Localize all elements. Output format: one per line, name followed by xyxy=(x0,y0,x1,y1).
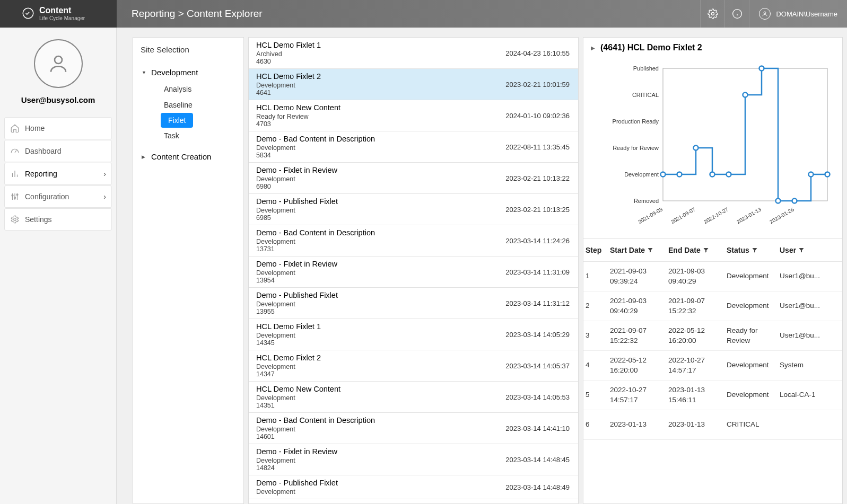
svg-point-36 xyxy=(759,66,764,71)
list-item-title: Demo - Fixlet in Review xyxy=(256,260,571,268)
col-step[interactable]: Step xyxy=(583,246,608,254)
tree-node-content-creation[interactable]: ▶ Content Creation xyxy=(139,148,237,165)
table-row[interactable]: 5 2022-10-27 14:57:17 2023-01-13 15:46:1… xyxy=(583,381,842,410)
lifecycle-chart: RemovedDevelopmentReady for ReviewProduc… xyxy=(583,58,842,238)
svg-point-32 xyxy=(694,146,698,151)
table-row[interactable]: 3 2021-09-07 15:22:32 2022-05-12 16:20:0… xyxy=(583,321,842,351)
collapse-right-icon[interactable]: ▶ xyxy=(591,45,595,51)
list-item-id: 6980 xyxy=(256,183,571,190)
list-item[interactable]: HCL Demo Fixlet 1 Development 14345 2023… xyxy=(249,319,578,350)
list-item[interactable]: HCL Demo New Content Development 14351 2… xyxy=(249,382,578,413)
list-item[interactable]: Demo - Fixlet in Review Development 1482… xyxy=(249,444,578,475)
table-row[interactable]: 4 2022-05-12 16:20:00 2022-10-27 14:57:1… xyxy=(583,351,842,381)
list-item-title: Demo - Bad Content in Description xyxy=(256,416,571,425)
filter-icon[interactable] xyxy=(647,247,653,253)
list-item-date: 2023-03-14 11:31:12 xyxy=(505,299,570,307)
list-item[interactable]: Demo - Bad Content in Description Develo… xyxy=(249,413,578,444)
list-item-id: 4703 xyxy=(256,120,571,128)
list-item-title: Demo - Fixlet in Review xyxy=(256,447,571,456)
list-item[interactable]: HCL Demo Fixlet 2 Development 14347 2023… xyxy=(249,350,578,382)
table-header-row: Step Start Date End Date Status User xyxy=(583,238,842,262)
list-item[interactable]: HCL Demo Fixlet 2 Development 4641 2023-… xyxy=(249,69,578,100)
cell-user: System xyxy=(778,360,842,370)
profile-avatar xyxy=(34,39,83,88)
svg-point-33 xyxy=(710,172,715,177)
gear-icon xyxy=(10,215,20,224)
breadcrumb: Reporting > Content Explorer xyxy=(117,8,700,20)
list-item-title: HCL Demo Fixlet 1 xyxy=(256,322,571,331)
home-icon xyxy=(10,123,20,133)
cell-user: User1@bu... xyxy=(778,301,842,311)
cell-start: 2022-10-27 14:57:17 xyxy=(608,385,666,404)
table-row[interactable]: 6 2023-01-13 2023-01-13 CRITICAL xyxy=(583,410,842,440)
cell-step: 6 xyxy=(583,420,608,429)
user-menu[interactable]: DOMAIN\Username xyxy=(749,0,847,28)
cell-end: 2023-01-13 15:46:11 xyxy=(666,385,724,404)
caret-down-icon: ▼ xyxy=(142,70,147,75)
nav-reporting[interactable]: Reporting › xyxy=(4,163,112,185)
list-item[interactable]: Demo - Published Fixlet Development 2023… xyxy=(249,475,578,499)
list-item-date: 2023-03-14 14:48:49 xyxy=(505,483,570,491)
nav-configuration[interactable]: Configuration › xyxy=(4,185,112,208)
nav-home[interactable]: Home xyxy=(4,117,112,139)
svg-text:Production Ready: Production Ready xyxy=(613,118,659,125)
svg-text:Development: Development xyxy=(624,171,659,178)
list-item[interactable]: Demo - Published Fixlet Development 1395… xyxy=(249,288,578,319)
list-item[interactable]: Demo - Bad Content in Description Develo… xyxy=(249,225,578,257)
nav-dashboard[interactable]: Dashboard xyxy=(4,140,112,162)
svg-point-35 xyxy=(743,93,748,98)
list-item-title: Demo - Bad Content in Description xyxy=(256,228,571,237)
cell-step: 1 xyxy=(583,271,608,281)
brand-subtitle: Life Cycle Manager xyxy=(39,16,85,21)
cell-end: 2023-01-13 xyxy=(666,420,724,429)
table-row[interactable]: 2 2021-09-03 09:40:29 2021-09-07 15:22:3… xyxy=(583,291,842,321)
cell-user: User1@bu... xyxy=(778,331,842,340)
col-user[interactable]: User xyxy=(778,246,842,254)
tree-node-development[interactable]: ▼ Development xyxy=(139,64,237,81)
settings-gear-button[interactable] xyxy=(700,0,724,28)
list-item[interactable]: Demo - Fixlet in Review Development 6980… xyxy=(249,163,578,194)
nav-home-label: Home xyxy=(25,124,45,132)
cell-end: 2022-10-27 14:57:17 xyxy=(666,356,724,375)
svg-text:2022-10-27: 2022-10-27 xyxy=(703,206,729,225)
list-item[interactable]: Demo - Fixlet in Review Development 1395… xyxy=(249,257,578,288)
list-item[interactable]: HCL Demo Fixlet 1 Archived 4630 2024-04-… xyxy=(249,38,578,69)
col-start[interactable]: Start Date xyxy=(608,246,666,254)
svg-text:CRITICAL: CRITICAL xyxy=(632,92,659,98)
tree-leaf-analysis[interactable]: Analysis xyxy=(139,81,237,97)
profile-block: User@busysol.com xyxy=(0,28,116,113)
tree-leaf-fixlet[interactable]: Fixlet xyxy=(161,113,193,128)
svg-point-38 xyxy=(792,199,797,204)
svg-point-17 xyxy=(14,218,16,221)
cell-status: CRITICAL xyxy=(724,420,778,429)
list-item-id: 6985 xyxy=(256,214,571,222)
topbar: Content Life Cycle Manager Reporting > C… xyxy=(0,0,847,28)
chevron-right-icon: › xyxy=(103,192,106,201)
tree-node-development-label: Development xyxy=(151,68,198,77)
table-row[interactable]: 1 2021-09-03 09:39:24 2021-09-03 09:40:2… xyxy=(583,262,842,291)
chart-icon xyxy=(10,169,20,179)
nav-settings[interactable]: Settings xyxy=(4,208,112,231)
list-item-id: 4641 xyxy=(256,89,571,96)
list-item-id: 14824 xyxy=(256,464,571,472)
col-end[interactable]: End Date xyxy=(666,246,724,254)
list-item[interactable]: Demo - Published Fixlet Development 6985… xyxy=(249,194,578,225)
filter-icon[interactable] xyxy=(703,247,709,253)
svg-point-1 xyxy=(711,13,714,15)
info-button[interactable] xyxy=(724,0,749,28)
cell-end: 2021-09-07 15:22:32 xyxy=(666,296,724,315)
list-item-id: 14351 xyxy=(256,402,571,409)
list-item[interactable]: Demo - Bad Content in Description Develo… xyxy=(249,131,578,163)
list-item-title: Demo - Bad Content in Description xyxy=(256,135,571,143)
tree-leaf-baseline[interactable]: Baseline xyxy=(139,97,237,113)
list-item-date: 2023-03-14 11:24:26 xyxy=(505,237,570,245)
svg-point-5 xyxy=(764,12,766,14)
site-selection-panel: Site Selection ▼ Development Analysis Ba… xyxy=(133,37,244,504)
list-item-id: 14601 xyxy=(256,433,571,440)
col-status[interactable]: Status xyxy=(724,246,778,254)
brand: Content Life Cycle Manager xyxy=(0,6,117,22)
tree-leaf-task[interactable]: Task xyxy=(139,128,237,144)
filter-icon[interactable] xyxy=(798,247,805,253)
filter-icon[interactable] xyxy=(752,247,758,253)
list-item[interactable]: HCL Demo New Content Ready for Review 47… xyxy=(249,100,578,131)
